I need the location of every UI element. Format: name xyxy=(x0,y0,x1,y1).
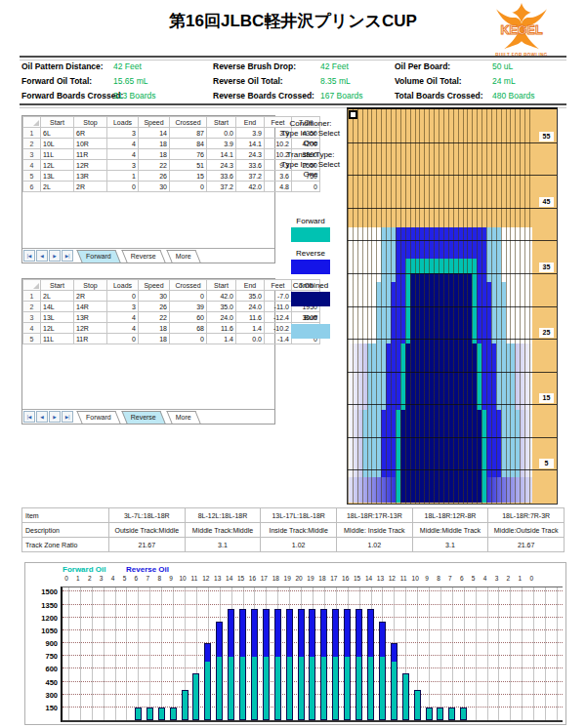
x-tick-label: 16 xyxy=(340,575,352,585)
board-slot xyxy=(342,587,354,720)
y-tick-label: 300 xyxy=(28,691,58,700)
tab-reverse[interactable]: Reverse xyxy=(124,250,163,263)
y-tick-label: 450 xyxy=(28,678,58,687)
tab-reverse[interactable]: Reverse xyxy=(124,411,163,424)
cell: 37.2 xyxy=(236,171,265,182)
x-tick-label: 17 xyxy=(258,575,270,585)
divider-top xyxy=(20,56,566,61)
prev-sheet-button[interactable]: ◀ xyxy=(36,250,48,262)
forward-grid: StartStopLoadsSpeedCrossedStartEndFeetT.… xyxy=(22,116,320,192)
board-slot xyxy=(132,587,144,720)
board-slot xyxy=(388,587,399,720)
reverse-oil-segment xyxy=(252,610,257,657)
x-tick-label: 5 xyxy=(468,575,480,585)
x-tick-label: 2 xyxy=(502,575,514,585)
y-tick-label: 600 xyxy=(28,665,58,673)
cell: 2R xyxy=(74,182,107,192)
first-sheet-button[interactable]: |◀ xyxy=(23,411,35,423)
forward-table: StartStopLoadsSpeedCrossedStartEndFeetT.… xyxy=(22,116,274,192)
cell: 5 xyxy=(23,171,41,182)
kegel-logo: KEGEL BUILT FOR BOWLING xyxy=(490,2,553,58)
forward-oil-segment xyxy=(427,708,432,719)
row-header: Description xyxy=(22,523,109,538)
board-slot xyxy=(318,587,330,720)
forward-oil-segment xyxy=(264,657,269,719)
column-header xyxy=(23,117,41,128)
lane-origin-marker xyxy=(349,110,357,119)
prev-sheet-button[interactable]: ◀ xyxy=(36,411,48,423)
last-sheet-button[interactable]: ▶| xyxy=(62,411,73,423)
summary-item: Oil Per Board:50 uL xyxy=(395,61,565,76)
x-tick-label xyxy=(549,575,561,585)
cell: 22 xyxy=(139,160,170,171)
forward-oil-segment xyxy=(287,657,292,719)
column-header: Crossed xyxy=(170,280,207,291)
cell: 35.0 xyxy=(236,291,265,302)
board-slot xyxy=(399,587,411,720)
table-row: 412L12R4186811.61.4-10.23400 xyxy=(23,323,320,334)
conditioner-value[interactable]: Type In or Select One xyxy=(277,129,344,148)
column-header: Start xyxy=(207,280,236,291)
distance-gridline xyxy=(348,372,557,373)
first-sheet-button[interactable]: |◀ xyxy=(23,250,35,262)
cell: 3L-7L:18L-18R xyxy=(109,508,186,523)
tab-forward[interactable]: Forward xyxy=(79,411,118,424)
x-tick-label: 9 xyxy=(165,575,177,585)
forward-oil-segment xyxy=(345,657,350,719)
cell: 2 xyxy=(23,302,41,312)
oil-bar xyxy=(309,609,315,720)
oil-bar xyxy=(204,643,211,720)
sheet-tab-bar: |◀ ◀ ▶ ▶| Forward Reverse More xyxy=(22,409,274,424)
row-header: Item xyxy=(22,508,109,523)
cell: 0 xyxy=(107,182,139,192)
distance-gridline xyxy=(348,404,557,405)
cell: 10L xyxy=(41,139,74,149)
last-sheet-button[interactable]: ▶| xyxy=(62,250,73,262)
cell: 42.0 xyxy=(207,291,236,302)
transfer-type-value[interactable]: Type In or Select One xyxy=(277,160,344,180)
cell: 18L-18R:17R-13R xyxy=(336,508,412,523)
next-sheet-button[interactable]: ▶ xyxy=(49,411,61,423)
board-slot xyxy=(354,587,365,720)
board-slot xyxy=(435,587,446,720)
x-tick-label: 4 xyxy=(107,575,119,585)
x-tick-label: 15 xyxy=(235,575,247,585)
conditioner-label: Conditioner: xyxy=(277,119,344,129)
oil-bar xyxy=(426,708,433,720)
x-tick-label: 19 xyxy=(281,575,293,585)
cell: 4 xyxy=(107,323,139,334)
table-row: 12L2R030042.035.0-7.00 xyxy=(23,291,320,302)
track-zone-ratio-table: Item3L-7L:18L-18R8L-12L:18L-18R13L-17L:1… xyxy=(21,507,565,552)
tab-forward[interactable]: Forward xyxy=(79,250,118,263)
reverse-table-panel: StartStopLoadsSpeedCrossedStartEndFeetT.… xyxy=(21,278,275,425)
legend-item-label: Buff xyxy=(277,313,344,323)
board-slot xyxy=(190,587,202,720)
tab-more[interactable]: More xyxy=(169,250,198,263)
cell: 0 xyxy=(170,291,207,302)
oil-bar xyxy=(135,708,142,720)
oil-bar xyxy=(182,690,188,720)
cell: 13R xyxy=(74,312,107,323)
distance-gridline xyxy=(348,175,557,176)
cell: 18 xyxy=(139,323,170,334)
x-tick-label: 2 xyxy=(84,575,96,585)
board-slot xyxy=(167,587,179,720)
cell: 2R xyxy=(74,291,107,302)
cell: 0 xyxy=(170,182,207,192)
cell: 35.0 xyxy=(207,302,236,312)
distance-label: 15 xyxy=(539,393,554,403)
x-tick-label: 0 xyxy=(61,575,72,585)
next-sheet-button[interactable]: ▶ xyxy=(49,250,61,262)
tab-more[interactable]: More xyxy=(169,411,198,424)
cell: 13L-17L:18L-18R xyxy=(261,508,337,523)
reverse-oil-segment xyxy=(240,610,245,657)
y-gridline: 1500 xyxy=(63,590,563,591)
table-row: 412L12R3225124.333.69.32550 xyxy=(23,160,320,171)
oil-bar xyxy=(437,708,443,720)
distance-label: 25 xyxy=(539,328,554,338)
cell: 0 xyxy=(107,291,139,302)
x-tick-label: 13 xyxy=(212,575,224,585)
column-header: Speed xyxy=(139,117,170,128)
summary-item: Forward Boards Crossed:313 Boards xyxy=(21,91,213,105)
cell: 13L xyxy=(41,171,74,182)
